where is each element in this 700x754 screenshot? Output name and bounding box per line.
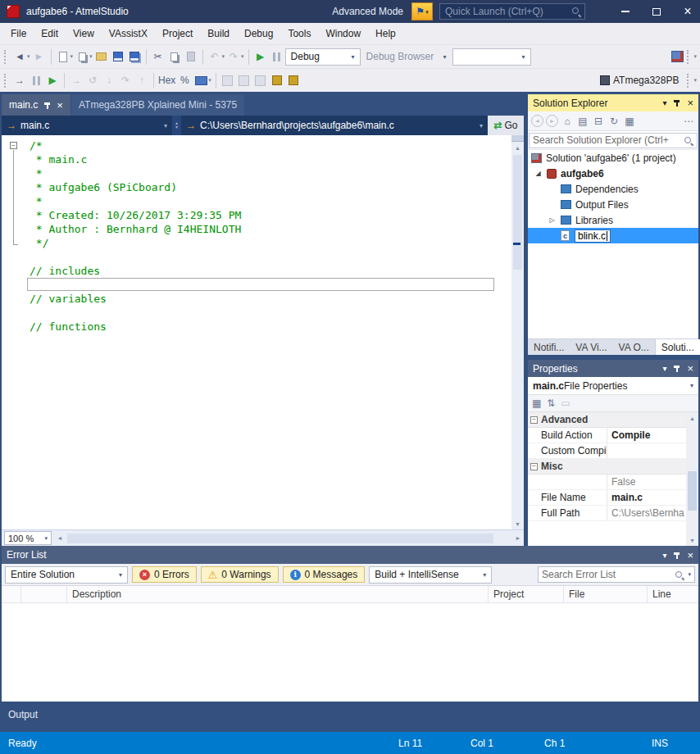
property-row[interactable]: Custom Compil [528, 443, 686, 459]
new-breakpoint-button[interactable] [220, 72, 235, 89]
sync-icon[interactable] [607, 115, 620, 128]
save-button[interactable] [111, 48, 125, 65]
property-value[interactable] [607, 443, 686, 458]
properties-icon[interactable] [623, 115, 636, 128]
tab-notifications[interactable]: Notifi... [528, 339, 570, 355]
tree-row-blink-c[interactable]: blink.c [528, 228, 698, 243]
code-text[interactable]: /* * main.c * * aufgabe6 (SPiCboard) * *… [30, 139, 241, 334]
property-value[interactable]: main.c [607, 490, 686, 505]
status-char[interactable]: Ch 1 [544, 738, 565, 749]
add-item-button[interactable] [75, 48, 89, 65]
io-view-button[interactable] [286, 72, 301, 89]
scrollbar-thumb[interactable] [513, 155, 522, 270]
show-next-statement-button[interactable] [69, 72, 84, 89]
property-row[interactable]: Full Path C:\Users\Bernha [528, 506, 686, 521]
new-file-dropdown[interactable] [70, 53, 74, 60]
copy-button[interactable] [167, 48, 182, 65]
scrollbar-thumb[interactable] [688, 471, 697, 511]
menu-project[interactable]: Project [155, 25, 200, 43]
tab-va-view[interactable]: VA Vi... [570, 339, 612, 355]
pause-button[interactable] [270, 48, 284, 65]
save-all-button[interactable] [127, 48, 142, 65]
redo-button[interactable] [226, 48, 241, 65]
scroll-left-icon[interactable] [54, 530, 66, 546]
cut-button[interactable] [151, 48, 166, 65]
device-programming-button[interactable] [670, 48, 684, 65]
scope-combo[interactable]: main.c [2, 116, 172, 135]
status-line[interactable]: Ln 11 [398, 738, 422, 749]
toolbar-overflow-button[interactable] [693, 77, 697, 84]
vertical-scrollbar[interactable] [511, 135, 524, 529]
restart-button[interactable] [85, 72, 100, 89]
hex-toggle-button[interactable]: Hex [158, 72, 175, 89]
new-file-button[interactable] [56, 48, 70, 65]
toolbar-grip[interactable] [4, 74, 8, 88]
scroll-up-icon[interactable] [686, 412, 698, 424]
close-icon[interactable] [687, 97, 693, 109]
watch-window-button[interactable] [253, 72, 268, 89]
go-button[interactable]: Go [488, 116, 524, 135]
step-into-button[interactable] [102, 72, 116, 89]
toolbar-grip[interactable] [687, 74, 691, 88]
scroll-right-icon[interactable] [512, 530, 524, 546]
toolbar-empty-combo[interactable] [452, 48, 531, 66]
step-out-button[interactable] [134, 72, 149, 89]
debug-configuration-combo[interactable]: Debug [285, 48, 361, 66]
vassistx-flag-button[interactable] [411, 2, 433, 20]
menu-window[interactable]: Window [318, 25, 368, 43]
categorized-icon[interactable] [532, 397, 541, 409]
undo-dropdown[interactable] [222, 53, 225, 60]
menu-help[interactable]: Help [368, 25, 403, 43]
toolbar-overflow-button[interactable] [682, 115, 695, 128]
window-position-icon[interactable] [662, 98, 666, 107]
device-label[interactable]: ATmega328PB [613, 75, 680, 86]
tree-row-output-files[interactable]: Output Files [528, 197, 698, 212]
window-position-icon[interactable] [662, 551, 666, 560]
scroll-up-icon[interactable] [511, 142, 524, 153]
column-description[interactable]: Description [67, 586, 489, 602]
toolbar-grip[interactable] [687, 50, 691, 64]
scroll-down-icon[interactable] [686, 534, 698, 546]
navigate-forward-button[interactable] [32, 48, 47, 65]
tab-main-c[interactable]: main.c [2, 94, 70, 116]
scroll-down-icon[interactable] [511, 518, 524, 529]
maximize-button[interactable] [644, 2, 669, 21]
tab-solution-explorer[interactable]: Soluti... [655, 339, 700, 355]
status-column[interactable]: Col 1 [470, 738, 493, 749]
tab-device-page[interactable]: ATmega328PB Xplained Mini - 5375 [71, 94, 244, 116]
collapse-all-icon[interactable] [592, 115, 605, 128]
source-filter-combo[interactable]: Build + IntelliSense [369, 566, 492, 584]
scrollbar-thumb[interactable] [67, 534, 493, 543]
properties-object-combo[interactable]: main.c File Properties [528, 377, 698, 395]
continue-button[interactable] [45, 72, 60, 89]
tree-row-solution[interactable]: Solution 'aufgabe6' (1 project) [528, 150, 698, 166]
column-severity[interactable] [2, 586, 21, 602]
device-button[interactable] [598, 72, 612, 89]
tree-row-dependencies[interactable]: Dependencies [528, 181, 698, 197]
percent-button[interactable] [177, 72, 192, 89]
expanded-arrow-icon[interactable] [534, 170, 543, 177]
nav-splitter[interactable] [172, 116, 181, 135]
status-insert-mode[interactable]: INS [652, 738, 668, 749]
paste-button[interactable] [184, 48, 198, 65]
memory-window-button[interactable] [270, 72, 284, 89]
close-icon[interactable] [687, 362, 693, 375]
error-list-header[interactable]: Error List [2, 546, 698, 564]
code-editor[interactable]: /* * main.c * * aufgabe6 (SPiCboard) * *… [2, 135, 524, 529]
properties-scrollbar[interactable] [686, 412, 698, 546]
add-item-dropdown[interactable] [89, 53, 93, 60]
menu-view[interactable]: View [66, 25, 102, 43]
error-search-input[interactable] [542, 569, 670, 580]
navigate-back-button[interactable] [12, 48, 27, 65]
close-icon[interactable] [687, 549, 693, 561]
zoom-combo[interactable]: 100 % [4, 531, 52, 545]
pin-icon[interactable] [673, 364, 680, 373]
debug-browser-combo[interactable]: Debug Browser [361, 48, 452, 66]
home-icon[interactable] [561, 115, 574, 128]
toolbar-grip[interactable] [4, 50, 8, 64]
column-line[interactable]: Line [648, 586, 698, 602]
properties-header[interactable]: Properties [528, 360, 698, 377]
memory-view-button[interactable] [193, 72, 208, 89]
open-file-button[interactable] [94, 48, 109, 65]
menu-file[interactable]: File [3, 25, 34, 43]
